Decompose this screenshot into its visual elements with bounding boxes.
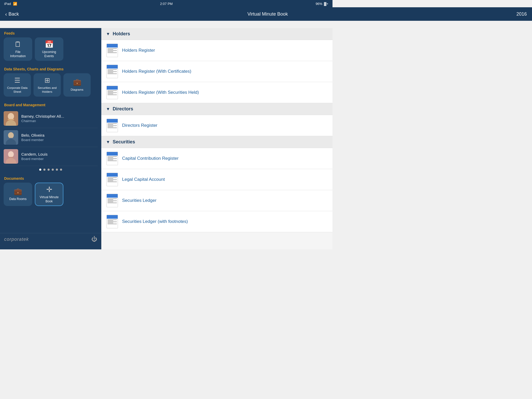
person-item-candem[interactable]: Candem, Louis Board member — [4, 147, 98, 166]
dot-5 — [56, 169, 58, 171]
legal-capital-item[interactable]: Legal Capital Account — [101, 169, 332, 190]
dot-1 — [39, 169, 41, 171]
file-information-icon: 🗒 — [14, 40, 22, 49]
holders-register-certs-thumb — [107, 65, 118, 78]
person-name-barney: Barney, Christopher All... — [21, 114, 64, 118]
holders-register-certs-item[interactable]: Holders Register (With Certificates) — [101, 61, 332, 82]
feed-file-information-button[interactable]: 🗒 FileInformation — [4, 37, 32, 61]
holders-chevron-icon: ▼ — [106, 32, 110, 36]
pagination-dots — [0, 166, 101, 173]
data-rooms-label: Data Rooms — [9, 197, 27, 201]
directors-title: Directors — [113, 106, 133, 112]
person-info-belo: Belo, Oliveira Board member — [21, 133, 44, 142]
person-role-belo: Board member — [21, 138, 44, 142]
virtual-minute-book-button[interactable]: ✛ Virtual MinuteBook — [35, 183, 63, 206]
holders-register-securities-label: Holders Register (With Securities Held) — [122, 90, 199, 95]
feeds-icons-row: 🗒 FileInformation 📅 UpcomingEvents — [0, 37, 101, 64]
capital-contribution-item[interactable]: Capital Contribution Register — [101, 148, 332, 169]
securities-ledger-footnotes-thumb — [107, 215, 118, 228]
documents-icons-row: 💼 Data Rooms ✛ Virtual MinuteBook — [0, 183, 101, 209]
securities-ledger-footnotes-label: Securities Ledger (with footnotes) — [122, 219, 188, 224]
dot-4 — [52, 169, 54, 171]
avatar-barney — [4, 111, 18, 126]
diagrams-label: Diagrams — [71, 88, 83, 92]
directors-register-label: Directors Register — [122, 123, 157, 128]
back-button[interactable]: ‹ Back — [5, 11, 19, 17]
corporatek-logo: corporatek — [4, 237, 29, 242]
securities-chevron-icon: ▼ — [106, 140, 110, 144]
feeds-section-label: Feeds — [0, 28, 101, 37]
board-members-list: Barney, Christopher All... Chairman Belo… — [0, 109, 101, 166]
upcoming-events-label: UpcomingEvents — [42, 50, 56, 58]
securities-holders-label: Securities andHolders — [38, 86, 57, 94]
diagrams-button[interactable]: 💼 Diagrams — [63, 73, 91, 97]
main-content: ▼ Holders Holders Register — [101, 28, 332, 249]
data-icons-row: ☰ Corporate DataSheet ⊞ Securities andHo… — [0, 73, 101, 100]
directors-register-thumb — [107, 119, 118, 132]
legal-capital-label: Legal Capital Account — [122, 177, 165, 182]
securities-ledger-thumb — [107, 194, 118, 207]
directors-section-header[interactable]: ▼ Directors — [101, 103, 332, 115]
wifi-icon: 📶 — [13, 2, 17, 6]
securities-holders-button[interactable]: ⊞ Securities andHolders — [34, 73, 61, 97]
power-icon[interactable]: ⏻ — [91, 236, 97, 243]
holders-section-header[interactable]: ▼ Holders — [101, 28, 332, 40]
upcoming-events-icon: 📅 — [45, 40, 54, 49]
securities-holders-icon: ⊞ — [44, 76, 50, 84]
sidebar: Feeds 🗒 FileInformation 📅 UpcomingEvents… — [0, 28, 101, 249]
data-rooms-icon: 💼 — [14, 188, 22, 196]
securities-ledger-footnotes-item[interactable]: Securities Ledger (with footnotes) — [101, 211, 332, 232]
directors-register-item[interactable]: Directors Register — [101, 115, 332, 136]
person-name-belo: Belo, Oliveira — [21, 133, 44, 137]
back-label: Back — [9, 11, 19, 17]
svg-rect-7 — [8, 138, 14, 139]
svg-point-1 — [8, 113, 14, 120]
holders-register-label: Holders Register — [122, 48, 155, 53]
holders-register-securities-item[interactable]: Holders Register (With Securities Held) — [101, 82, 332, 103]
data-rooms-button[interactable]: 💼 Data Rooms — [4, 183, 32, 206]
holders-register-certs-label: Holders Register (With Certificates) — [122, 69, 191, 74]
holders-register-thumb — [107, 44, 118, 57]
holders-register-securities-thumb — [107, 86, 118, 99]
person-item-belo[interactable]: Belo, Oliveira Board member — [4, 128, 98, 147]
corporate-data-sheet-button[interactable]: ☰ Corporate DataSheet — [4, 73, 31, 97]
battery-icon: ▓+ — [324, 2, 328, 6]
avatar-candem — [4, 149, 18, 164]
svg-rect-3 — [8, 119, 14, 120]
documents-section-label: Documents — [0, 173, 101, 183]
person-name-candem: Candem, Louis — [21, 152, 48, 156]
person-role-barney: Chairman — [21, 119, 64, 123]
dot-2 — [43, 169, 45, 171]
battery-percent: 96% — [316, 2, 322, 6]
person-item-barney[interactable]: Barney, Christopher All... Chairman — [4, 109, 98, 128]
capital-contribution-thumb — [107, 152, 118, 165]
corporate-data-sheet-icon: ☰ — [14, 76, 20, 84]
holders-title: Holders — [113, 31, 130, 37]
holders-register-item[interactable]: Holders Register — [101, 40, 332, 61]
person-info-candem: Candem, Louis Board member — [21, 152, 48, 161]
data-sheets-section-label: Data Sheets, Charts and Diagrams — [0, 64, 101, 73]
status-left: iPad 📶 — [4, 2, 17, 6]
dot-6 — [60, 169, 62, 171]
svg-rect-11 — [8, 157, 14, 158]
person-info-barney: Barney, Christopher All... Chairman — [21, 114, 64, 123]
securities-section-header[interactable]: ▼ Securities — [101, 136, 332, 148]
virtual-minute-book-label: Virtual MinuteBook — [39, 195, 58, 203]
app-layout: Feeds 🗒 FileInformation 📅 UpcomingEvents… — [0, 28, 332, 249]
file-information-label: FileInformation — [10, 50, 26, 58]
sidebar-footer: corporatek ⏻ — [0, 233, 101, 245]
svg-point-5 — [8, 132, 14, 138]
directors-chevron-icon: ▼ — [106, 107, 110, 111]
virtual-minute-book-icon: ✛ — [46, 185, 52, 194]
ipad-label: iPad — [4, 2, 11, 6]
board-section-label: Board and Management — [0, 100, 101, 109]
status-right: 96% ▓+ — [316, 2, 328, 6]
avatar-belo — [4, 130, 18, 145]
securities-ledger-item[interactable]: Securities Ledger — [101, 190, 332, 211]
securities-ledger-label: Securities Ledger — [122, 198, 156, 203]
securities-title: Securities — [113, 139, 135, 145]
feed-upcoming-events-button[interactable]: 📅 UpcomingEvents — [35, 37, 63, 61]
svg-point-9 — [8, 151, 14, 157]
dot-3 — [48, 169, 50, 171]
back-chevron-icon: ‹ — [5, 11, 7, 17]
